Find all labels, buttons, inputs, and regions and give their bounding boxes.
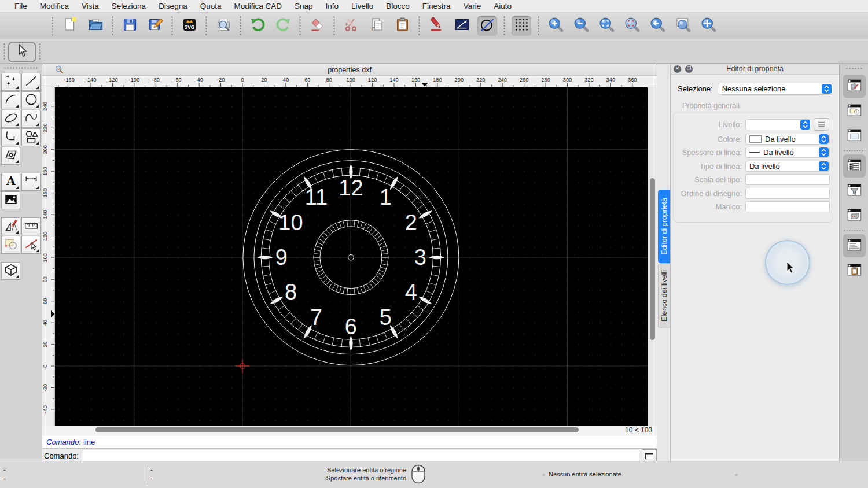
menu-blocco[interactable]: Blocco bbox=[380, 2, 416, 10]
pan-button[interactable] bbox=[698, 16, 718, 36]
block-tool-button[interactable] bbox=[1, 236, 20, 254]
menu-aiuto[interactable]: Aiuto bbox=[487, 2, 518, 10]
zoom-in-button[interactable] bbox=[546, 16, 565, 36]
erase-button[interactable] bbox=[307, 16, 327, 36]
block-list-toggle-button[interactable] bbox=[843, 99, 866, 123]
menu-file[interactable]: File bbox=[8, 2, 34, 10]
menu-vista[interactable]: Vista bbox=[75, 2, 105, 10]
tipo-di-linea-dropdown[interactable]: Da livello bbox=[745, 161, 830, 172]
zoom-selection-button[interactable] bbox=[622, 16, 642, 36]
line-tool-button[interactable] bbox=[21, 73, 41, 91]
svg-export-button[interactable]: SVG bbox=[179, 16, 199, 36]
panel-float-button[interactable]: ❐ bbox=[685, 65, 693, 73]
circle-line-button[interactable] bbox=[477, 16, 497, 36]
hatch-tool-button[interactable] bbox=[1, 147, 20, 165]
command-line-panel-toggle-button[interactable] bbox=[843, 234, 866, 257]
toolbar-handle[interactable] bbox=[51, 16, 54, 36]
colore-dropdown[interactable]: Da livello bbox=[745, 134, 830, 145]
ellipse-tool-button[interactable] bbox=[1, 110, 20, 128]
menu-livello[interactable]: Livello bbox=[345, 2, 380, 10]
menu-seleziona[interactable]: Seleziona bbox=[105, 2, 152, 10]
tab-elenco-dei-livelli[interactable]: Elenco dei livelli bbox=[658, 263, 670, 328]
print-preview-button[interactable] bbox=[214, 16, 233, 36]
circle-tool-button[interactable] bbox=[21, 91, 41, 109]
polyline-tool-button[interactable] bbox=[1, 128, 20, 146]
panel-close-button[interactable]: ✕ bbox=[674, 65, 681, 73]
property-editor-panel-icon bbox=[847, 158, 862, 175]
tab-editor-di-propriet-[interactable]: Editor di proprietà bbox=[658, 190, 670, 263]
divide-tool-button[interactable] bbox=[21, 236, 41, 254]
save-button[interactable] bbox=[120, 16, 139, 36]
text-tool-button[interactable]: A bbox=[1, 173, 20, 191]
selection-filter-toggle-button[interactable] bbox=[843, 179, 866, 202]
library-browser-toggle-button[interactable] bbox=[843, 75, 866, 98]
svg-text:+: + bbox=[370, 27, 373, 32]
vertical-scrollbar[interactable] bbox=[648, 87, 657, 426]
new-button[interactable] bbox=[60, 16, 80, 36]
menu-quota[interactable]: Quota bbox=[194, 2, 228, 10]
horizontal-scrollbar-handle[interactable] bbox=[95, 427, 579, 432]
zoom-window-icon bbox=[675, 16, 692, 35]
palette-handle[interactable] bbox=[3, 66, 38, 69]
svg-text:40: 40 bbox=[283, 77, 289, 83]
document-titlebar[interactable]: properties.dxf bbox=[42, 64, 657, 76]
horizontal-scrollbar[interactable]: 10 < 100 bbox=[42, 426, 657, 435]
paste-icon bbox=[394, 16, 411, 35]
scala-del-tipo-input[interactable] bbox=[745, 174, 830, 185]
toolbar-handle[interactable] bbox=[38, 43, 41, 60]
undo-button[interactable] bbox=[248, 16, 267, 36]
manico-input[interactable] bbox=[745, 201, 830, 212]
arc-tool-button[interactable] bbox=[1, 91, 20, 109]
redo-button[interactable] bbox=[273, 16, 293, 36]
strip-handle[interactable] bbox=[845, 67, 863, 70]
library-browser-icon bbox=[847, 78, 862, 95]
drawing-canvas[interactable]: 123456789101112 bbox=[55, 87, 648, 426]
menu-finestra[interactable]: Finestra bbox=[416, 2, 457, 10]
spessore-di-linea-label: Spessore di linea: bbox=[674, 148, 742, 157]
zoom-previous-button[interactable] bbox=[648, 16, 667, 36]
spessore-di-linea-dropdown[interactable]: Da livello bbox=[745, 147, 830, 158]
save-as-button[interactable] bbox=[145, 16, 165, 36]
paste-button[interactable] bbox=[392, 16, 412, 36]
vertical-scrollbar-handle[interactable] bbox=[650, 178, 655, 340]
copy-button[interactable]: + bbox=[367, 16, 387, 36]
zoom-window-button[interactable] bbox=[673, 16, 693, 36]
menu-info[interactable]: Info bbox=[319, 2, 345, 10]
shape-angle-button[interactable] bbox=[452, 16, 472, 36]
measure-tool-button[interactable] bbox=[21, 217, 41, 235]
menu-varie[interactable]: Varie bbox=[457, 2, 488, 10]
right-button-hint: Spostare entità o riferimento bbox=[249, 474, 406, 482]
command-window-toggle-button[interactable] bbox=[642, 449, 657, 462]
grid-toggle-button[interactable] bbox=[512, 16, 531, 36]
point-tool-button[interactable] bbox=[1, 73, 20, 91]
block-3d-toggle-button[interactable] bbox=[843, 204, 866, 227]
open-button[interactable] bbox=[86, 16, 105, 36]
image-tool-button[interactable] bbox=[1, 191, 20, 209]
menu-disegna[interactable]: Disegna bbox=[152, 2, 194, 10]
shape-tool-button[interactable] bbox=[21, 128, 41, 146]
menu-modifica-cad[interactable]: Modifica CAD bbox=[227, 2, 288, 10]
modify-tool-button[interactable] bbox=[1, 217, 20, 235]
toolbar-handle[interactable] bbox=[3, 43, 6, 60]
solid-tool-button[interactable] bbox=[1, 262, 20, 280]
spline-tool-button[interactable] bbox=[21, 110, 41, 128]
layer-menu-button[interactable] bbox=[814, 118, 829, 131]
clipboard-panel-toggle-button[interactable] bbox=[843, 259, 866, 282]
zoom-out-button[interactable] bbox=[571, 16, 591, 36]
dropdown-stepper-icon bbox=[800, 120, 810, 130]
selection-dropdown[interactable]: Nessuna selezione bbox=[718, 83, 833, 95]
selection-arrow-button[interactable] bbox=[8, 42, 36, 62]
svg-text:-40: -40 bbox=[42, 405, 48, 413]
draw-pencil-button[interactable] bbox=[426, 16, 446, 36]
menu-snap[interactable]: Snap bbox=[288, 2, 319, 10]
property-editor-panel-toggle-button[interactable] bbox=[843, 154, 866, 178]
command-input[interactable] bbox=[82, 450, 639, 462]
cut-button[interactable]: + bbox=[341, 16, 361, 36]
dimension-tool-button[interactable] bbox=[21, 173, 41, 191]
svg-text:9: 9 bbox=[275, 245, 288, 269]
view-window-toggle-button[interactable] bbox=[843, 124, 866, 147]
zoom-auto-button[interactable] bbox=[597, 16, 616, 36]
menu-modifica[interactable]: Modifica bbox=[34, 2, 75, 10]
ordine-di-disegno-input[interactable] bbox=[745, 188, 830, 199]
livello-dropdown[interactable] bbox=[745, 119, 811, 130]
